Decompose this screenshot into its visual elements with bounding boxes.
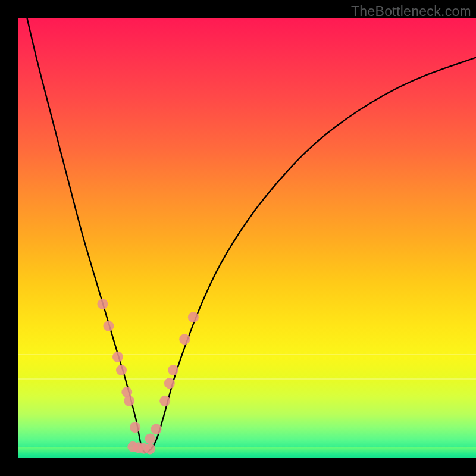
data-marker [188,312,199,322]
chart-svg [18,18,476,458]
data-marker [145,443,155,454]
data-marker [116,365,127,375]
data-marker [103,321,114,331]
watermark-text: TheBottleneck.com [351,4,471,20]
bottleneck-curve [27,18,476,452]
data-marker [145,433,156,444]
data-marker [130,422,140,433]
data-marker [179,334,190,345]
data-marker [164,378,175,389]
data-marker [112,352,123,362]
data-marker [151,424,162,434]
data-marker [159,396,170,406]
data-markers [97,299,198,454]
data-marker [124,396,134,406]
chart-frame: TheBottleneck.com [0,0,476,476]
data-marker [168,365,178,375]
data-marker [97,299,108,309]
plot-area [18,18,476,458]
